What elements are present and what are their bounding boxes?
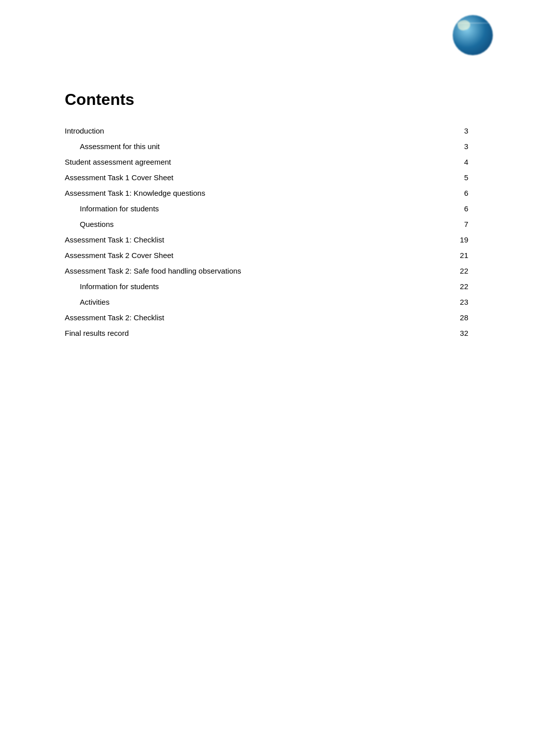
toc-item-label: Assessment Task 1: Knowledge questions	[65, 189, 257, 197]
toc-item-page: 3	[453, 127, 468, 135]
toc-dots	[259, 258, 451, 258]
toc-dots	[266, 226, 451, 227]
toc-item-label: Introduction	[65, 127, 257, 135]
page-container: Contents Introduction3Assessment for thi…	[0, 0, 533, 756]
toc-row: Activities23	[65, 294, 468, 310]
toc-dots	[259, 273, 451, 274]
toc-row: Questions7	[65, 216, 468, 232]
toc-item-label: Student assessment agreement	[65, 158, 257, 166]
toc-dots	[259, 164, 451, 165]
toc-row: Student assessment agreement4	[65, 154, 468, 170]
toc-item-label: Assessment Task 2: Safe food handling ob…	[65, 267, 257, 275]
toc-dots	[259, 133, 451, 134]
toc-row: Assessment for this unit3	[65, 139, 468, 154]
toc-item-page: 23	[453, 298, 468, 306]
toc-dots	[266, 149, 451, 149]
toc-item-label: Assessment Task 1: Checklist	[65, 235, 257, 244]
toc-item-label: Assessment Task 2 Cover Sheet	[65, 251, 257, 260]
toc-item-page: 21	[453, 251, 468, 260]
toc-dots	[259, 320, 451, 320]
toc-item-label: Information for students	[80, 282, 264, 291]
toc-row: Assessment Task 2 Cover Sheet21	[65, 247, 468, 263]
toc-dots	[259, 242, 451, 242]
toc-row: Assessment Task 1: Knowledge questions6	[65, 185, 468, 201]
toc-row: Introduction3	[65, 123, 468, 139]
toc-item-label: Assessment for this unit	[80, 142, 264, 151]
toc-row: Assessment Task 2: Safe food handling ob…	[65, 263, 468, 279]
toc-item-page: 6	[453, 204, 468, 213]
toc-item-page: 3	[453, 142, 468, 151]
toc-dots	[259, 180, 451, 180]
toc-item-label: Information for students	[80, 204, 264, 213]
toc-item-page: 22	[453, 267, 468, 275]
toc-dots	[266, 211, 451, 211]
toc-item-label: Questions	[80, 220, 264, 228]
toc-dots	[266, 289, 451, 289]
toc-dots	[266, 304, 451, 305]
toc-item-page: 32	[453, 329, 468, 337]
toc-item-page: 22	[453, 282, 468, 291]
toc-dots	[259, 335, 451, 336]
toc-row: Assessment Task 1 Cover Sheet5	[65, 170, 468, 185]
toc-row: Assessment Task 2: Checklist28	[65, 310, 468, 325]
toc-item-label: Assessment Task 1 Cover Sheet	[65, 173, 257, 182]
toc-item-label: Final results record	[65, 329, 257, 337]
toc-container: Introduction3Assessment for this unit3St…	[65, 123, 468, 341]
toc-row: Information for students6	[65, 201, 468, 216]
toc-row: Final results record32	[65, 325, 468, 341]
toc-item-label: Assessment Task 2: Checklist	[65, 313, 257, 322]
toc-item-page: 5	[453, 173, 468, 182]
toc-item-label: Activities	[80, 298, 264, 306]
toc-row: Information for students22	[65, 279, 468, 294]
globe-icon	[453, 15, 493, 55]
logo-area	[453, 15, 493, 55]
page-title: Contents	[65, 90, 468, 109]
toc-dots	[259, 195, 451, 196]
toc-item-page: 4	[453, 158, 468, 166]
toc-item-page: 28	[453, 313, 468, 322]
toc-item-page: 6	[453, 189, 468, 197]
toc-row: Assessment Task 1: Checklist19	[65, 232, 468, 247]
toc-item-page: 7	[453, 220, 468, 228]
toc-item-page: 19	[453, 235, 468, 244]
